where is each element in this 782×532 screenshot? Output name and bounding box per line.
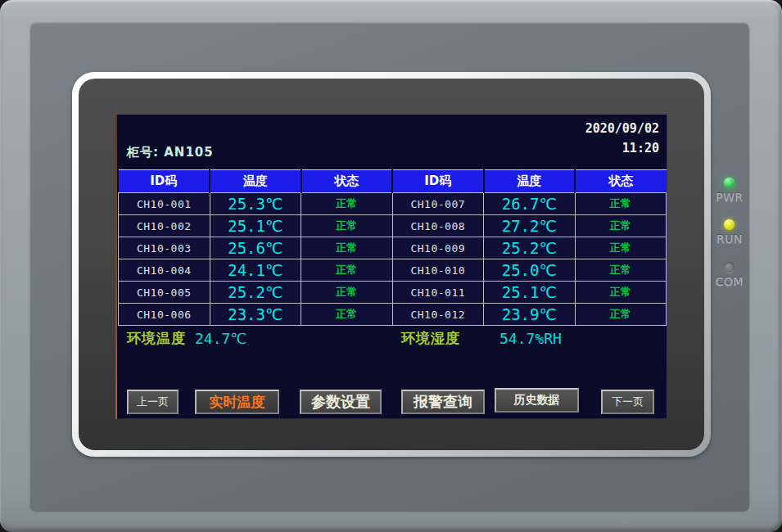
channel-id: CH10-009 — [392, 237, 484, 259]
temperature-monitor-table: ID码 温度 状态 ID码 温度 状态 CH10-001 25.3℃ 正常 CH… — [118, 169, 667, 326]
channel-temp: 26.7℃ — [484, 193, 576, 215]
col-header-id-right: ID码 — [392, 170, 484, 193]
hmi-device-chassis: 2020/09/02 11:20 柜号: AN105 ID码 温度 状态 ID码… — [0, 0, 782, 532]
history-data-button[interactable]: 历史数据 — [495, 388, 579, 413]
col-header-temp-left: 温度 — [210, 170, 301, 193]
ambient-temp-label: 环境温度 — [127, 329, 186, 348]
channel-id: CH10-002 — [119, 215, 210, 237]
col-header-status-right: 状态 — [575, 170, 667, 193]
channel-id: CH10-010 — [392, 259, 484, 282]
power-led-label: PWR — [711, 191, 748, 204]
channel-id: CH10-007 — [392, 193, 484, 215]
time-display: 11:20 — [585, 138, 659, 158]
channel-status: 正常 — [575, 237, 667, 259]
channel-id: CH10-011 — [392, 282, 484, 304]
channel-temp: 25.1℃ — [484, 282, 576, 304]
channel-status: 正常 — [575, 282, 667, 304]
power-led — [724, 178, 735, 188]
com-led — [724, 262, 735, 273]
datetime-block: 2020/09/02 11:20 — [585, 119, 659, 158]
ambient-humidity-value: 54.7%RH — [499, 330, 562, 347]
ambient-humidity-label: 环境湿度 — [401, 329, 460, 348]
channel-status: 正常 — [301, 259, 393, 282]
channel-status: 正常 — [301, 304, 393, 326]
date-display: 2020/09/02 — [585, 119, 659, 138]
channel-id: CH10-008 — [392, 215, 484, 237]
prev-page-button[interactable]: 上一页 — [127, 390, 179, 414]
run-led — [724, 219, 735, 230]
col-header-id-left: ID码 — [119, 170, 210, 193]
next-page-button[interactable]: 下一页 — [601, 390, 654, 414]
screenshot-stage: 2020/09/02 11:20 柜号: AN105 ID码 温度 状态 ID码… — [0, 0, 782, 532]
lcd-screen: 2020/09/02 11:20 柜号: AN105 ID码 温度 状态 ID码… — [117, 115, 667, 419]
col-header-temp-right: 温度 — [484, 170, 576, 193]
channel-temp: 23.3℃ — [210, 304, 301, 326]
channel-temp: 25.2℃ — [484, 237, 576, 259]
table-row: CH10-004 24.1℃ 正常 CH10-010 25.0℃ 正常 — [119, 259, 667, 282]
parameter-settings-button[interactable]: 参数设置 — [300, 390, 382, 414]
table-row: CH10-006 23.3℃ 正常 CH10-012 23.9℃ 正常 — [119, 304, 667, 326]
channel-status: 正常 — [301, 237, 393, 259]
channel-status: 正常 — [575, 193, 667, 215]
channel-temp: 25.1℃ — [210, 215, 301, 237]
run-led-label: RUN — [711, 232, 748, 246]
table-header-row: ID码 温度 状态 ID码 温度 状态 — [119, 170, 667, 193]
channel-temp: 27.2℃ — [484, 215, 576, 237]
table-row: CH10-005 25.2℃ 正常 CH10-011 25.1℃ 正常 — [119, 282, 667, 304]
channel-temp: 23.9℃ — [484, 304, 576, 326]
ambient-temp-value: 24.7℃ — [195, 330, 247, 347]
channel-id: CH10-004 — [119, 259, 210, 282]
channel-status: 正常 — [301, 215, 393, 237]
table-row: CH10-003 25.6℃ 正常 CH10-009 25.2℃ 正常 — [119, 237, 667, 259]
channel-id: CH10-005 — [119, 282, 210, 304]
channel-status: 正常 — [301, 193, 393, 215]
channel-temp: 25.6℃ — [210, 237, 301, 259]
channel-status: 正常 — [301, 282, 393, 304]
realtime-temp-button[interactable]: 实时温度 — [195, 390, 279, 414]
channel-temp: 25.3℃ — [210, 193, 301, 215]
table-row: CH10-002 25.1℃ 正常 CH10-008 27.2℃ 正常 — [119, 215, 667, 237]
channel-id: CH10-012 — [392, 304, 484, 326]
screen-left-glow — [115, 115, 117, 419]
channel-status: 正常 — [575, 304, 667, 326]
channel-id: CH10-001 — [119, 193, 210, 215]
channel-status: 正常 — [575, 259, 667, 282]
channel-temp: 25.0℃ — [484, 259, 576, 282]
channel-id: CH10-003 — [119, 237, 210, 259]
channel-temp: 24.1℃ — [210, 259, 301, 282]
channel-status: 正常 — [575, 215, 667, 237]
col-header-status-left: 状态 — [301, 170, 393, 193]
channel-id: CH10-006 — [119, 304, 210, 326]
alarm-query-button[interactable]: 报警查询 — [401, 390, 485, 414]
cabinet-label: 柜号: AN105 — [127, 145, 214, 160]
com-led-label: COM — [711, 275, 748, 288]
table-row: CH10-001 25.3℃ 正常 CH10-007 26.7℃ 正常 — [119, 193, 667, 215]
channel-temp: 25.2℃ — [210, 282, 301, 304]
